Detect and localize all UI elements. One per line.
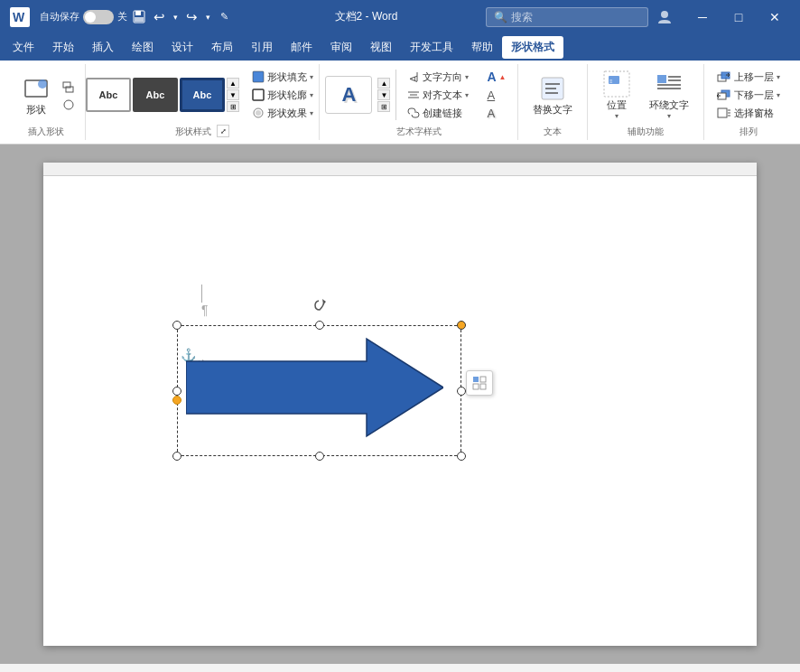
position-icon: ≡ — [602, 70, 631, 98]
shape-container[interactable] — [177, 325, 461, 456]
position-button[interactable]: ≡ 位置 ▾ — [595, 66, 638, 124]
shape-style-actions: 形状填充 ▾ 形状轮廓 ▾ 形状效果 ▾ — [247, 69, 319, 122]
shape-style-1[interactable]: Abc — [86, 78, 131, 112]
shape-style-2[interactable]: Abc — [133, 78, 178, 112]
user-area — [648, 8, 681, 26]
text-direction-dropdown[interactable]: ▾ — [465, 73, 469, 81]
menu-bar: 文件 开始 插入 绘图 设计 布局 引用 邮件 审阅 视图 开发工具 帮助 形状… — [0, 33, 800, 61]
position-label: 位置 — [607, 98, 627, 112]
page-content: ¶ ⚓ ↵ — [43, 176, 757, 646]
save-icon[interactable] — [131, 9, 147, 25]
shape-button[interactable]: 形状 — [14, 70, 58, 120]
menu-layout[interactable]: 布局 — [202, 36, 242, 59]
shape-sub-btn2[interactable] — [60, 97, 78, 113]
send-backward-button[interactable]: 下移一层 ▾ — [712, 87, 786, 104]
position-dropdown[interactable]: ▾ — [615, 112, 619, 120]
art-text-icon: A — [342, 83, 357, 107]
ribbon-group-arrange: 上移一层 ▾ 下移一层 ▾ — [704, 64, 793, 140]
align-text-dropdown[interactable]: ▾ — [465, 91, 469, 99]
menu-mail[interactable]: 邮件 — [282, 36, 321, 59]
arrow-shape[interactable] — [186, 334, 443, 441]
rotate-handle[interactable] — [312, 298, 327, 313]
close-button[interactable]: ✕ — [757, 0, 793, 33]
undo-dropdown-button[interactable]: ▾ — [171, 9, 180, 25]
menu-help[interactable]: 帮助 — [462, 36, 502, 59]
layout-options-button[interactable] — [466, 370, 493, 396]
menu-view[interactable]: 视图 — [361, 36, 401, 59]
shape-effect-button[interactable]: 形状效果 ▾ — [247, 105, 319, 122]
art-text-style-btns: A▲ A A — [481, 68, 511, 122]
text-direction-button[interactable]: A 文字方向 ▾ — [402, 69, 474, 86]
shape-outline-button[interactable]: 形状轮廓 ▾ — [247, 87, 319, 104]
shape-outline-dropdown[interactable]: ▾ — [310, 91, 313, 99]
menu-references[interactable]: 引用 — [242, 36, 282, 59]
art-scroll-expand[interactable]: ⊞ — [377, 101, 390, 112]
redo-button[interactable]: ↪ — [183, 9, 200, 25]
align-text-button[interactable]: 对齐文本 ▾ — [402, 87, 474, 104]
shape-outline-label: 形状轮廓 — [267, 89, 307, 102]
wrap-text-dropdown[interactable]: ▾ — [667, 112, 671, 120]
shape-style-3[interactable]: Abc — [180, 78, 225, 112]
ribbon-group-insert-shape: 形状 — [7, 64, 86, 140]
gallery-scroll-expand[interactable]: ⊞ — [227, 101, 239, 112]
art-text-button[interactable]: A — [325, 76, 372, 114]
art-scroll-up[interactable]: ▲ — [377, 78, 390, 89]
gallery-scroll-down[interactable]: ▼ — [227, 89, 239, 100]
customize-toolbar-button[interactable]: ✎ — [216, 9, 232, 25]
menu-developer[interactable]: 开发工具 — [401, 36, 462, 59]
svg-rect-48 — [473, 377, 479, 382]
menu-insert[interactable]: 插入 — [83, 36, 123, 59]
handle-bot-left[interactable] — [172, 452, 181, 461]
svg-rect-3 — [135, 11, 141, 15]
menu-shape-format[interactable]: 形状格式 — [502, 36, 563, 59]
menu-draw[interactable]: 绘图 — [123, 36, 163, 59]
handle-bot-mid[interactable] — [315, 452, 324, 461]
wrap-text-button[interactable]: 环绕文字 ▾ — [642, 66, 696, 124]
shape-sub-btn1[interactable] — [60, 79, 78, 96]
bring-forward-dropdown[interactable]: ▾ — [777, 73, 780, 81]
art-scroll-down[interactable]: ▼ — [377, 89, 390, 100]
gallery-scroll-up[interactable]: ▲ — [227, 78, 239, 89]
menu-file[interactable]: 文件 — [4, 36, 43, 59]
autosave-toggle[interactable] — [83, 10, 114, 24]
art-outline-button[interactable]: A — [481, 87, 511, 104]
select-pane-button[interactable]: 选择窗格 — [712, 105, 786, 122]
shape-styles-expand-button[interactable]: ⤢ — [217, 125, 229, 137]
shape-fill-dropdown[interactable]: ▾ — [310, 73, 313, 81]
wrap-text-label: 环绕文字 — [649, 98, 689, 112]
send-backward-dropdown[interactable]: ▾ — [777, 91, 780, 99]
handle-top-right[interactable] — [457, 321, 466, 330]
word-logo-icon: W — [7, 5, 33, 30]
replace-text-button[interactable]: 替换文字 — [526, 70, 580, 120]
minimize-button[interactable]: ─ — [684, 0, 721, 33]
menu-home[interactable]: 开始 — [43, 36, 83, 59]
svg-text:W: W — [13, 10, 25, 24]
undo-button[interactable]: ↩ — [151, 9, 167, 25]
replace-text-label: 替换文字 — [533, 103, 572, 117]
create-link-button[interactable]: 创建链接 — [402, 105, 474, 122]
handle-shape-adjust[interactable] — [172, 396, 181, 405]
search-box[interactable]: 🔍 — [486, 7, 648, 27]
send-backward-label: 下移一层 — [734, 89, 774, 102]
bring-forward-button[interactable]: 上移一层 ▾ — [712, 69, 786, 86]
handle-bot-right[interactable] — [457, 452, 466, 461]
art-effect-button[interactable]: A — [481, 105, 511, 122]
redo-dropdown-button[interactable]: ▾ — [203, 9, 212, 25]
shape-fill-button[interactable]: 形状填充 ▾ — [247, 69, 319, 86]
text-group-label: 文本 — [544, 126, 562, 138]
assistance-content: ≡ 位置 ▾ 环绕文字 ▾ — [595, 66, 696, 124]
art-text-group-label: 艺术字样式 — [396, 126, 442, 138]
search-input[interactable] — [511, 11, 637, 23]
handle-mid-left[interactable] — [172, 387, 181, 396]
shape-effect-dropdown[interactable]: ▾ — [310, 109, 313, 117]
shape-effect-label: 形状效果 — [267, 107, 307, 120]
art-gallery-scroll: ▲ ▼ ⊞ — [377, 78, 390, 112]
shape-label: 形状 — [26, 103, 46, 117]
handle-top-left[interactable] — [172, 321, 181, 330]
maximize-button[interactable]: □ — [721, 0, 757, 33]
menu-design[interactable]: 设计 — [163, 36, 202, 59]
art-fill-button[interactable]: A▲ — [481, 68, 511, 86]
handle-top-mid[interactable] — [315, 321, 324, 330]
handle-mid-right[interactable] — [457, 387, 466, 396]
menu-review[interactable]: 审阅 — [321, 36, 361, 59]
